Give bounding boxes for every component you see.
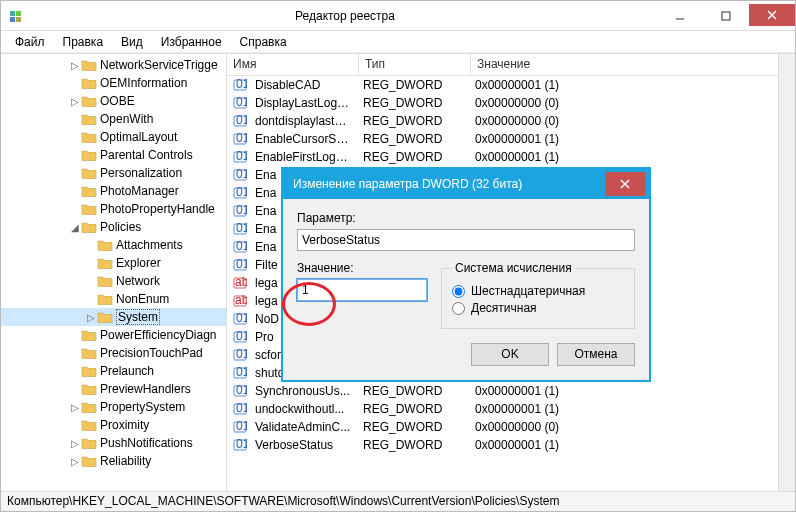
param-name-field[interactable]: [297, 229, 635, 251]
folder-icon: [97, 310, 113, 324]
tree-item[interactable]: PhotoManager: [1, 182, 226, 200]
close-button[interactable]: [749, 4, 795, 26]
tree-item[interactable]: ▷OOBE: [1, 92, 226, 110]
tree-item[interactable]: PowerEfficiencyDiagn: [1, 326, 226, 344]
cell-name: undockwithoutl...: [249, 402, 357, 416]
tree-item[interactable]: PhotoPropertyHandle: [1, 200, 226, 218]
col-name[interactable]: Имя: [227, 54, 359, 75]
tree-item-label: Prelaunch: [100, 364, 154, 378]
window-buttons: [657, 4, 795, 28]
svg-text:011: 011: [236, 384, 247, 397]
svg-text:011: 011: [236, 168, 247, 181]
list-row[interactable]: 011EnableFirstLogo...REG_DWORD0x00000001…: [227, 148, 795, 166]
tree-item-label: Personalization: [100, 166, 182, 180]
folder-icon: [81, 400, 97, 414]
reg-value-icon: 011: [231, 222, 249, 236]
list-row[interactable]: 011DisableCADREG_DWORD0x00000001 (1): [227, 76, 795, 94]
maximize-button[interactable]: [703, 4, 749, 28]
list-row[interactable]: 011EnableCursorSu...REG_DWORD0x00000001 …: [227, 130, 795, 148]
expander-icon[interactable]: ◢: [69, 222, 81, 233]
svg-text:011: 011: [236, 186, 247, 199]
tree-item[interactable]: Prelaunch: [1, 362, 226, 380]
list-vertical-scrollbar[interactable]: [778, 54, 795, 491]
radio-hex[interactable]: Шестнадцатеричная: [452, 284, 624, 298]
tree-item[interactable]: OpenWith: [1, 110, 226, 128]
expander-icon[interactable]: ▷: [69, 96, 81, 107]
radio-hex-input[interactable]: [452, 285, 465, 298]
menu-edit[interactable]: Правка: [55, 33, 112, 51]
tree-item-label: Network: [116, 274, 160, 288]
svg-text:ab: ab: [235, 276, 247, 289]
tree-item[interactable]: OEMInformation: [1, 74, 226, 92]
list-row[interactable]: 011DisplayLastLogo...REG_DWORD0x00000000…: [227, 94, 795, 112]
menu-help[interactable]: Справка: [232, 33, 295, 51]
reg-value-icon: 011: [231, 240, 249, 254]
expander-icon[interactable]: ▷: [85, 312, 97, 323]
tree-item[interactable]: ▷System: [1, 308, 226, 326]
folder-icon: [97, 256, 113, 270]
cell-type: REG_DWORD: [357, 420, 469, 434]
expander-icon[interactable]: ▷: [69, 438, 81, 449]
col-type[interactable]: Тип: [359, 54, 471, 75]
tree-item[interactable]: PrecisionTouchPad: [1, 344, 226, 362]
folder-icon: [81, 418, 97, 432]
value-input[interactable]: [297, 279, 427, 301]
menu-favorites[interactable]: Избранное: [153, 33, 230, 51]
list-row[interactable]: 011SynchronousUs...REG_DWORD0x00000001 (…: [227, 382, 795, 400]
svg-text:ab: ab: [235, 294, 247, 307]
folder-icon: [81, 220, 97, 234]
expander-icon[interactable]: ▷: [69, 402, 81, 413]
tree-item[interactable]: ▷PropertySystem: [1, 398, 226, 416]
tree-item[interactable]: Parental Controls: [1, 146, 226, 164]
tree-item[interactable]: ◢Policies: [1, 218, 226, 236]
tree-item[interactable]: PreviewHandlers: [1, 380, 226, 398]
svg-text:011: 011: [236, 150, 247, 163]
tree-item[interactable]: Personalization: [1, 164, 226, 182]
svg-rect-1: [16, 11, 21, 16]
cell-type: REG_DWORD: [357, 402, 469, 416]
dialog-titlebar[interactable]: Изменение параметра DWORD (32 бита): [283, 169, 649, 199]
reg-value-icon: 011: [231, 330, 249, 344]
svg-text:011: 011: [236, 96, 247, 109]
tree-item[interactable]: NonEnum: [1, 290, 226, 308]
col-value[interactable]: Значение: [471, 54, 795, 75]
menu-view[interactable]: Вид: [113, 33, 151, 51]
tree-item[interactable]: Network: [1, 272, 226, 290]
radio-dec-input[interactable]: [452, 302, 465, 315]
tree-item[interactable]: ▷PushNotifications: [1, 434, 226, 452]
tree-pane[interactable]: ▷NetworkServiceTriggeOEMInformation▷OOBE…: [1, 54, 227, 491]
menu-file[interactable]: Файл: [7, 33, 53, 51]
tree-item[interactable]: OptimalLayout: [1, 128, 226, 146]
statusbar: Компьютер\HKEY_LOCAL_MACHINE\SOFTWARE\Mi…: [1, 491, 795, 511]
tree-item[interactable]: Attachments: [1, 236, 226, 254]
cell-type: REG_DWORD: [357, 384, 469, 398]
radio-dec[interactable]: Десятичная: [452, 301, 624, 315]
svg-text:011: 011: [236, 258, 247, 271]
tree-item[interactable]: ▷Reliability: [1, 452, 226, 470]
svg-text:011: 011: [236, 330, 247, 343]
dialog-close-button[interactable]: [605, 172, 645, 196]
list-row[interactable]: 011ValidateAdminC...REG_DWORD0x00000000 …: [227, 418, 795, 436]
expander-icon[interactable]: ▷: [69, 60, 81, 71]
folder-icon: [81, 454, 97, 468]
param-label: Параметр:: [297, 211, 635, 225]
cell-name: DisableCAD: [249, 78, 357, 92]
folder-icon: [81, 130, 97, 144]
ok-button[interactable]: OK: [471, 343, 549, 366]
edit-dword-dialog: Изменение параметра DWORD (32 бита) Пара…: [282, 168, 650, 381]
reg-value-icon: 011: [231, 150, 249, 164]
expander-icon[interactable]: ▷: [69, 456, 81, 467]
list-row[interactable]: 011dontdisplaylastu...REG_DWORD0x0000000…: [227, 112, 795, 130]
cell-name: dontdisplaylastu...: [249, 114, 357, 128]
reg-value-icon: 011: [231, 132, 249, 146]
cancel-button[interactable]: Отмена: [557, 343, 635, 366]
list-row[interactable]: 011undockwithoutl...REG_DWORD0x00000001 …: [227, 400, 795, 418]
tree-item[interactable]: Explorer: [1, 254, 226, 272]
tree-item[interactable]: ▷NetworkServiceTrigge: [1, 56, 226, 74]
svg-text:011: 011: [236, 438, 247, 451]
list-row[interactable]: 011VerboseStatusREG_DWORD0x00000001 (1): [227, 436, 795, 454]
tree-item[interactable]: Proximity: [1, 416, 226, 434]
cell-type: REG_DWORD: [357, 96, 469, 110]
minimize-button[interactable]: [657, 4, 703, 28]
window-title: Редактор реестра: [33, 9, 657, 23]
